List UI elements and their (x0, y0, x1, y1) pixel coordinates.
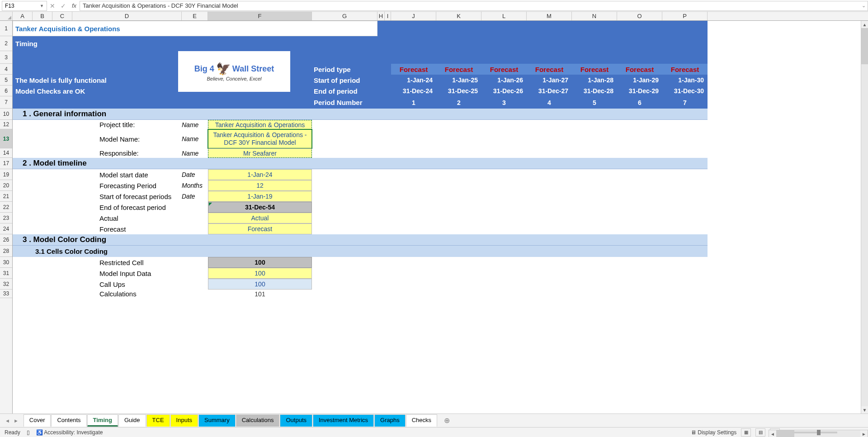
column-header[interactable]: C (52, 12, 72, 20)
sheet-tab[interactable]: Outputs (280, 414, 312, 427)
new-sheet-button[interactable]: ⊕ (440, 415, 453, 426)
field-value[interactable]: 1-Jan-19 (208, 191, 312, 202)
sheet-tabs-bar: ◄ ► CoverContentsTimingGuideTCEInputsSum… (0, 413, 868, 427)
sheet-tab[interactable]: Guide (118, 414, 146, 427)
tab-nav-prev-icon[interactable]: ◄ (4, 418, 11, 423)
period-number: 7 (662, 96, 708, 109)
field-value[interactable]: 100 (208, 268, 312, 279)
field-value[interactable]: Tanker Acquisition & Operations (208, 120, 312, 129)
column-header[interactable]: N (572, 12, 617, 20)
column-header[interactable]: H (377, 12, 385, 20)
row-header[interactable]: 4 (0, 64, 12, 75)
column-header[interactable]: K (436, 12, 481, 20)
forecast-type: Forecast (572, 64, 617, 75)
column-header[interactable]: D (72, 12, 182, 20)
field-value[interactable]: 12 (208, 180, 312, 191)
row-header[interactable]: 30 (0, 257, 12, 268)
row-header[interactable]: 26 (0, 234, 12, 246)
column-header[interactable]: J (391, 12, 436, 20)
row-header[interactable]: 6 (0, 86, 12, 96)
field-value[interactable]: 100 (208, 257, 312, 268)
row-header[interactable]: 13 (0, 129, 12, 148)
row-header[interactable]: 23 (0, 213, 12, 223)
field-value[interactable]: 101 (208, 290, 312, 298)
cell-area[interactable]: Tanker Acquisition & OperationsTimingThe… (13, 21, 868, 413)
row-header[interactable]: 33 (0, 290, 12, 298)
field-label: Forecast (72, 223, 182, 234)
accept-formula-button[interactable]: ✓ (58, 1, 69, 11)
chevron-down-icon[interactable]: ▼ (40, 4, 44, 8)
row-header[interactable]: 1 (0, 21, 12, 36)
sheet-tab[interactable]: Investment Metrics (313, 414, 374, 427)
sheet-tab[interactable]: Calculations (236, 414, 280, 427)
row-header[interactable]: 21 (0, 191, 12, 202)
sheet-tab[interactable]: Inputs (170, 414, 198, 427)
row-header[interactable]: 3 (0, 51, 12, 64)
row-header[interactable]: 20 (0, 180, 12, 191)
tab-navigation[interactable]: ◄ ► (4, 418, 24, 423)
select-all-button[interactable] (0, 12, 13, 20)
scrollbar-thumb[interactable] (776, 430, 794, 437)
field-value[interactable]: 31-Dec-54 (208, 202, 312, 213)
row-header[interactable]: 19 (0, 169, 12, 180)
cancel-formula-button[interactable]: ✕ (47, 1, 58, 11)
formula-input[interactable]: Tanker Acquisition & Operations - DCF 30… (80, 1, 860, 11)
sheet-tab[interactable]: Graphs (374, 414, 406, 427)
scrollbar-thumb[interactable] (861, 28, 868, 64)
column-header[interactable]: L (481, 12, 527, 20)
column-header[interactable]: B (33, 12, 52, 20)
sheet-tab[interactable]: Summary (198, 414, 236, 427)
field-value[interactable]: 1-Jan-24 (208, 169, 312, 180)
column-header[interactable]: P (662, 12, 708, 20)
row-header[interactable]: 10 (0, 109, 12, 120)
field-value[interactable]: Forecast (208, 223, 312, 234)
period-number: 2 (436, 96, 481, 109)
sheet-tab[interactable]: Cover (24, 414, 51, 427)
display-settings-button[interactable]: 🖥 Display Settings (691, 429, 736, 436)
sheet-tab[interactable]: TCE (146, 414, 170, 427)
tab-nav-next-icon[interactable]: ► (12, 418, 20, 423)
column-header[interactable]: G (312, 12, 377, 20)
vertical-scrollbar[interactable]: ▲ ▼ (861, 21, 868, 413)
forecast-type: Forecast (391, 64, 436, 75)
column-header[interactable]: O (617, 12, 662, 20)
scroll-right-icon[interactable]: ► (860, 432, 868, 437)
macro-record-icon[interactable]: ▯ (27, 429, 30, 436)
scroll-down-icon[interactable]: ▼ (861, 406, 868, 413)
zoom-slider[interactable] (792, 432, 837, 433)
field-value[interactable]: Tanker Acquisition & Operations - DCF 30… (208, 129, 312, 148)
scroll-up-icon[interactable]: ▲ (861, 21, 868, 28)
name-box[interactable]: F13 ▼ (2, 1, 47, 11)
field-value[interactable]: Actual (208, 213, 312, 223)
period-start: 1-Jan-29 (617, 75, 662, 86)
row-header[interactable]: 31 (0, 268, 12, 279)
sheet-tab[interactable]: Timing (87, 414, 118, 427)
row-header[interactable]: 24 (0, 223, 12, 234)
column-header[interactable]: F (208, 12, 312, 20)
row-header[interactable]: 5 (0, 75, 12, 86)
period-label: Start of period (312, 75, 377, 86)
sheet-tab[interactable]: Contents (51, 414, 86, 427)
expand-formula-bar-button[interactable]: ⌄ (860, 1, 868, 11)
row-header[interactable]: 7 (0, 96, 12, 109)
column-header[interactable]: E (182, 12, 208, 20)
row-header[interactable]: 12 (0, 120, 12, 129)
column-header[interactable]: A (13, 12, 33, 20)
row-header[interactable]: 2 (0, 36, 12, 51)
normal-view-button[interactable]: ▦ (741, 428, 751, 437)
row-header[interactable]: 28 (0, 246, 12, 257)
fx-icon[interactable]: fx (69, 2, 80, 9)
row-header[interactable]: 14 (0, 148, 12, 158)
page-layout-view-button[interactable]: ▤ (755, 428, 765, 437)
sheet-tab[interactable]: Checks (406, 414, 437, 427)
field-value[interactable]: 100 (208, 279, 312, 290)
page-title: Tanker Acquisition & Operations (13, 21, 312, 36)
scroll-left-icon[interactable]: ◄ (769, 432, 776, 437)
row-header[interactable]: 22 (0, 202, 12, 213)
accessibility-status[interactable]: ♿ Accessibility: Investigate (36, 429, 103, 436)
field-value[interactable]: Mr Seafarer (208, 148, 312, 158)
row-header[interactable]: 32 (0, 279, 12, 290)
column-header[interactable]: M (527, 12, 572, 20)
row-header[interactable]: 17 (0, 158, 12, 169)
column-header[interactable]: I (385, 12, 391, 20)
